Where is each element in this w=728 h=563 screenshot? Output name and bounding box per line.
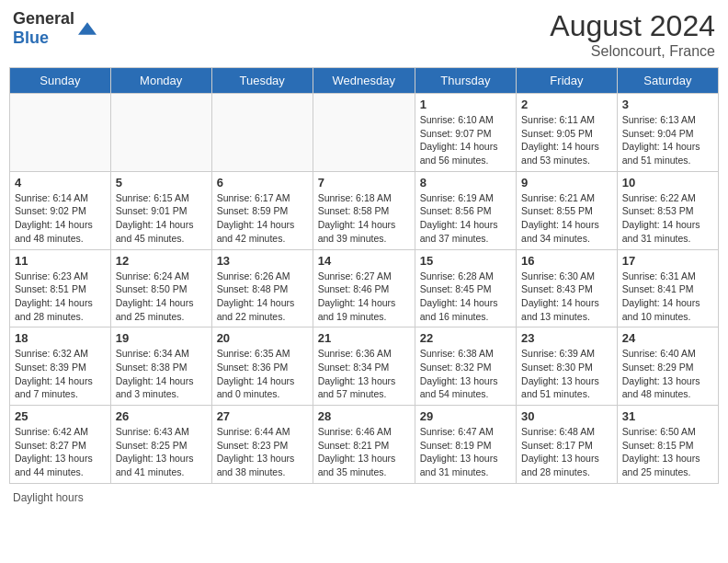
calendar-header-saturday: Saturday [617,68,718,94]
calendar-cell: 24Sunrise: 6:40 AM Sunset: 8:29 PM Dayli… [617,327,718,406]
calendar-cell: 21Sunrise: 6:36 AM Sunset: 8:34 PM Dayli… [313,327,415,406]
calendar-cell: 10Sunrise: 6:22 AM Sunset: 8:53 PM Dayli… [617,171,718,249]
day-info: Sunrise: 6:13 AM Sunset: 9:04 PM Dayligh… [622,113,713,167]
day-info: Sunrise: 6:44 AM Sunset: 8:23 PM Dayligh… [217,425,308,479]
day-number: 30 [521,409,612,423]
calendar-cell: 29Sunrise: 6:47 AM Sunset: 8:19 PM Dayli… [415,406,516,484]
day-number: 23 [521,331,612,345]
calendar-cell: 31Sunrise: 6:50 AM Sunset: 8:15 PM Dayli… [617,406,718,484]
calendar-cell: 28Sunrise: 6:46 AM Sunset: 8:21 PM Dayli… [313,406,415,484]
logo-text: General Blue [13,9,74,48]
day-number: 11 [15,254,106,268]
calendar-cell: 26Sunrise: 6:43 AM Sunset: 8:25 PM Dayli… [110,406,211,484]
calendar-cell: 1Sunrise: 6:10 AM Sunset: 9:07 PM Daylig… [415,94,516,172]
calendar-header-wednesday: Wednesday [313,68,415,94]
logo-general: General [13,9,74,28]
day-number: 20 [217,331,308,345]
calendar-header-thursday: Thursday [415,68,516,94]
calendar-table: SundayMondayTuesdayWednesdayThursdayFrid… [9,67,719,484]
day-number: 22 [420,331,511,345]
day-number: 5 [116,176,207,190]
calendar-week-row: 1Sunrise: 6:10 AM Sunset: 9:07 PM Daylig… [10,94,719,172]
day-info: Sunrise: 6:10 AM Sunset: 9:07 PM Dayligh… [420,113,511,167]
svg-marker-0 [78,22,97,34]
day-info: Sunrise: 6:42 AM Sunset: 8:27 PM Dayligh… [15,425,106,479]
calendar-cell [313,94,415,172]
day-number: 24 [622,331,713,345]
calendar-cell: 22Sunrise: 6:38 AM Sunset: 8:32 PM Dayli… [415,327,516,406]
day-info: Sunrise: 6:43 AM Sunset: 8:25 PM Dayligh… [116,425,207,479]
day-info: Sunrise: 6:39 AM Sunset: 8:30 PM Dayligh… [521,347,612,401]
day-number: 1 [420,98,511,111]
calendar-cell: 7Sunrise: 6:18 AM Sunset: 8:58 PM Daylig… [313,171,415,249]
daylight-label: Daylight hours [13,491,84,504]
day-info: Sunrise: 6:48 AM Sunset: 8:17 PM Dayligh… [521,425,612,479]
calendar-cell: 30Sunrise: 6:48 AM Sunset: 8:17 PM Dayli… [517,406,618,484]
day-info: Sunrise: 6:50 AM Sunset: 8:15 PM Dayligh… [622,425,713,479]
day-info: Sunrise: 6:14 AM Sunset: 9:02 PM Dayligh… [15,191,106,246]
calendar-cell: 9Sunrise: 6:21 AM Sunset: 8:55 PM Daylig… [517,171,618,249]
day-info: Sunrise: 6:40 AM Sunset: 8:29 PM Dayligh… [622,347,713,401]
calendar-cell: 16Sunrise: 6:30 AM Sunset: 8:43 PM Dayli… [517,249,618,327]
day-number: 25 [15,409,106,423]
calendar-cell: 14Sunrise: 6:27 AM Sunset: 8:46 PM Dayli… [313,249,415,327]
day-info: Sunrise: 6:19 AM Sunset: 8:56 PM Dayligh… [420,191,511,246]
calendar-cell: 5Sunrise: 6:15 AM Sunset: 9:01 PM Daylig… [110,171,211,249]
calendar-header-friday: Friday [517,68,618,94]
day-number: 6 [217,176,308,190]
day-info: Sunrise: 6:47 AM Sunset: 8:19 PM Dayligh… [420,425,511,479]
calendar-week-row: 18Sunrise: 6:32 AM Sunset: 8:39 PM Dayli… [10,327,719,406]
calendar-cell: 13Sunrise: 6:26 AM Sunset: 8:48 PM Dayli… [211,249,313,327]
calendar-cell: 23Sunrise: 6:39 AM Sunset: 8:30 PM Dayli… [517,327,618,406]
page-header: General Blue August 2024 Seloncourt, Fra… [9,9,719,60]
day-info: Sunrise: 6:28 AM Sunset: 8:45 PM Dayligh… [420,270,511,324]
calendar-cell: 27Sunrise: 6:44 AM Sunset: 8:23 PM Dayli… [211,406,313,484]
day-number: 27 [217,409,308,423]
title-block: August 2024 Seloncourt, France [550,9,715,60]
day-info: Sunrise: 6:18 AM Sunset: 8:58 PM Dayligh… [318,191,410,246]
day-info: Sunrise: 6:32 AM Sunset: 8:39 PM Dayligh… [15,347,106,401]
day-number: 4 [15,176,106,190]
calendar-cell: 18Sunrise: 6:32 AM Sunset: 8:39 PM Dayli… [10,327,111,406]
day-info: Sunrise: 6:11 AM Sunset: 9:05 PM Dayligh… [521,113,612,167]
location: Seloncourt, France [550,43,715,60]
logo-blue: Blue [13,29,49,47]
day-info: Sunrise: 6:26 AM Sunset: 8:48 PM Dayligh… [217,270,308,324]
calendar-cell: 2Sunrise: 6:11 AM Sunset: 9:05 PM Daylig… [517,94,618,172]
day-info: Sunrise: 6:17 AM Sunset: 8:59 PM Dayligh… [217,191,308,246]
calendar-cell [10,94,111,172]
day-info: Sunrise: 6:34 AM Sunset: 8:38 PM Dayligh… [116,347,207,401]
day-number: 13 [217,254,308,268]
day-info: Sunrise: 6:46 AM Sunset: 8:21 PM Dayligh… [318,425,410,479]
calendar-cell: 11Sunrise: 6:23 AM Sunset: 8:51 PM Dayli… [10,249,111,327]
day-info: Sunrise: 6:22 AM Sunset: 8:53 PM Dayligh… [622,191,713,246]
calendar-cell: 12Sunrise: 6:24 AM Sunset: 8:50 PM Dayli… [110,249,211,327]
day-number: 2 [521,98,612,111]
day-number: 3 [622,98,713,111]
footer: Daylight hours [9,491,719,504]
day-info: Sunrise: 6:31 AM Sunset: 8:41 PM Dayligh… [622,270,713,324]
day-info: Sunrise: 6:23 AM Sunset: 8:51 PM Dayligh… [15,270,106,324]
day-number: 14 [318,254,410,268]
day-number: 19 [116,331,207,345]
calendar-cell: 17Sunrise: 6:31 AM Sunset: 8:41 PM Dayli… [617,249,718,327]
day-info: Sunrise: 6:27 AM Sunset: 8:46 PM Dayligh… [318,270,410,324]
day-info: Sunrise: 6:21 AM Sunset: 8:55 PM Dayligh… [521,191,612,246]
day-number: 31 [622,409,713,423]
calendar-cell: 8Sunrise: 6:19 AM Sunset: 8:56 PM Daylig… [415,171,516,249]
day-number: 15 [420,254,511,268]
day-number: 21 [318,331,410,345]
month-year: August 2024 [550,9,715,43]
calendar-cell [110,94,211,172]
calendar-header-tuesday: Tuesday [211,68,313,94]
calendar-cell: 19Sunrise: 6:34 AM Sunset: 8:38 PM Dayli… [110,327,211,406]
day-number: 17 [622,254,713,268]
day-number: 7 [318,176,410,190]
day-info: Sunrise: 6:30 AM Sunset: 8:43 PM Dayligh… [521,270,612,324]
calendar-cell: 6Sunrise: 6:17 AM Sunset: 8:59 PM Daylig… [211,171,313,249]
day-number: 26 [116,409,207,423]
day-info: Sunrise: 6:36 AM Sunset: 8:34 PM Dayligh… [318,347,410,401]
calendar-header-sunday: Sunday [10,68,111,94]
day-info: Sunrise: 6:24 AM Sunset: 8:50 PM Dayligh… [116,270,207,324]
day-number: 29 [420,409,511,423]
